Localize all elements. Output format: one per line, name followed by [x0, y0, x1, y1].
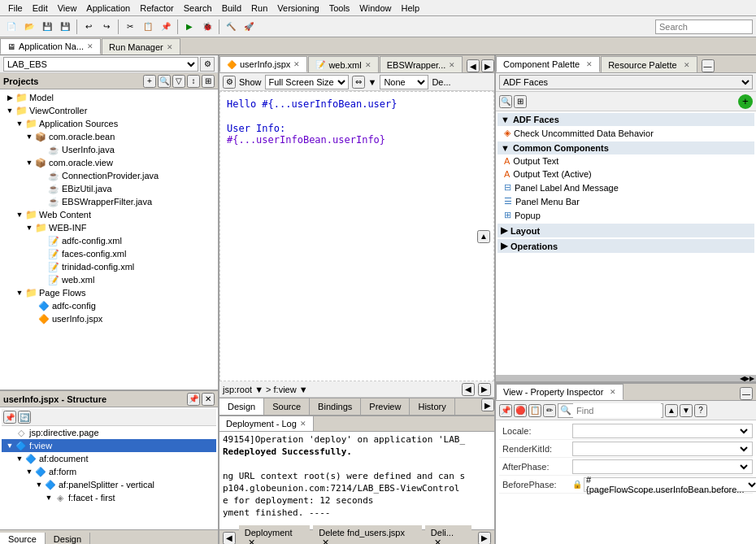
- search-project-btn[interactable]: 🔍: [158, 75, 171, 88]
- run-btn[interactable]: ▶: [181, 19, 198, 35]
- tab-property-inspector[interactable]: View - Property Inspector ✕: [496, 384, 623, 400]
- palette-section-layout-header[interactable]: ▶ Layout: [497, 224, 754, 237]
- tree-item-adfc[interactable]: 🔷 adfc-config: [2, 299, 216, 312]
- menu-application[interactable]: Application: [81, 2, 135, 15]
- pi-tab-close[interactable]: ✕: [610, 388, 616, 396]
- view-tab-history[interactable]: History: [410, 398, 454, 415]
- view-scroll-btn[interactable]: ▶: [481, 398, 494, 411]
- filter-btn[interactable]: ▽: [172, 75, 185, 88]
- pageflows-expand[interactable]: ▼: [15, 289, 24, 297]
- pi-minimize-btn[interactable]: —: [740, 387, 753, 400]
- tab-ebswrapper[interactable]: EBSWrapper... ✕: [380, 56, 463, 72]
- vc-expand[interactable]: ▼: [5, 107, 15, 115]
- expand-btn[interactable]: ⊞: [202, 75, 215, 88]
- tab-application-close[interactable]: ✕: [87, 42, 93, 50]
- palette-section-common-header[interactable]: ▼ Common Components: [497, 141, 754, 154]
- tree-item-viewcontroller[interactable]: ▼ 📁 ViewController: [2, 104, 216, 117]
- palette-search-btn[interactable]: 🔍: [499, 95, 512, 108]
- pi-afterphase-dropdown[interactable]: ▼: [736, 460, 750, 473]
- tree-item-view-pkg[interactable]: ▼ 📦 com.oracle.view: [2, 156, 216, 169]
- tab-component-palette[interactable]: Component Palette ✕: [496, 56, 600, 72]
- redo-btn[interactable]: ↪: [98, 19, 115, 35]
- tree-item-bean-pkg[interactable]: ▼ 📦 com.oracle.bean: [2, 130, 216, 143]
- bottom-tab-delete[interactable]: Delete fnd_users.jspx ✕: [313, 525, 422, 544]
- pi-find-input[interactable]: [573, 403, 661, 418]
- pi-btn4[interactable]: ✏: [543, 404, 556, 417]
- tree-item-pageflows[interactable]: ▼ 📁 Page Flows: [2, 286, 216, 299]
- log-tab-deployment[interactable]: Deployment - Log ✕: [219, 416, 314, 431]
- tree-item-trinidad-config[interactable]: 📝 trinidad-config.xml: [2, 260, 216, 273]
- rp-tab-close[interactable]: ✕: [684, 61, 690, 69]
- editor-content[interactable]: Hello #{...userInfoBean.user} User Info:…: [219, 91, 494, 381]
- facet-expand[interactable]: ▼: [44, 494, 54, 502]
- struct-item-afdoc[interactable]: ▼ 🔷 af:document: [2, 452, 216, 465]
- palette-item-panel-menu-bar[interactable]: ☰ Panel Menu Bar: [497, 194, 754, 208]
- struct-item-fview[interactable]: ▼ 🔷 f:view: [2, 439, 216, 452]
- sort-btn[interactable]: ↕: [187, 75, 200, 88]
- palette-item-popup[interactable]: ⊞ Popup: [497, 208, 754, 222]
- tree-item-model[interactable]: ▶ 📁 Model: [2, 91, 216, 104]
- undo-btn[interactable]: ↩: [80, 19, 97, 35]
- pi-renderkitid-dropdown[interactable]: ▼: [736, 442, 750, 455]
- bottom-tab-deli-close[interactable]: ✕: [434, 537, 441, 544]
- tab-userinfo-jspx[interactable]: 🔶 userInfo.jspx ✕: [219, 56, 307, 72]
- struct-item-directive[interactable]: ◇ jsp:directive.page: [2, 426, 216, 439]
- pi-btn3[interactable]: 📋: [528, 404, 541, 417]
- structure-pin-btn[interactable]: 📌: [187, 393, 200, 406]
- breadcrumb[interactable]: jsp:root ▼ > f:view ▼: [223, 385, 308, 394]
- log-scroll-left-btn[interactable]: ◀: [223, 532, 236, 545]
- build-btn[interactable]: 🔨: [223, 19, 239, 35]
- menu-search[interactable]: Search: [179, 2, 217, 15]
- breadcrumb-scroll-right[interactable]: ▶: [478, 383, 491, 396]
- tree-item-userinfo-jspx[interactable]: 🔶 userInfo.jspx: [2, 312, 216, 325]
- struct-sync-btn[interactable]: 🔄: [18, 411, 31, 424]
- pi-btn2[interactable]: 🔴: [514, 404, 527, 417]
- view-tab-preview[interactable]: Preview: [361, 398, 410, 415]
- tree-item-ebizutil[interactable]: ☕ EBizUtil.java: [2, 182, 216, 195]
- menu-refactor[interactable]: Refactor: [135, 2, 179, 15]
- palette-item-output-text[interactable]: A Output Text: [497, 154, 754, 168]
- tree-item-webinf[interactable]: ▼ 📁 WEB-INF: [2, 221, 216, 234]
- webcontent-expand[interactable]: ▼: [15, 211, 24, 219]
- tab-resource-palette[interactable]: Resource Palette ✕: [601, 56, 697, 72]
- palette-faces-select[interactable]: ADF Faces: [499, 75, 753, 89]
- pi-nav-up[interactable]: ▲: [665, 404, 678, 417]
- save-btn[interactable]: 💾: [39, 19, 55, 35]
- deploy-btn[interactable]: 🚀: [241, 19, 257, 35]
- scroll-left-btn[interactable]: ◀: [467, 59, 480, 72]
- menu-file[interactable]: File: [3, 2, 28, 15]
- menu-window[interactable]: Window: [354, 2, 396, 15]
- tab-userinfo-close[interactable]: ✕: [293, 60, 300, 68]
- webinf-expand[interactable]: ▼: [24, 224, 34, 232]
- tab-run-manager-close[interactable]: ✕: [167, 43, 173, 51]
- log-scroll-right-btn[interactable]: ▶: [478, 532, 491, 545]
- bean-expand[interactable]: ▼: [24, 133, 34, 141]
- palette-section-operations-header[interactable]: ▶ Operations: [497, 239, 754, 253]
- scroll-right-btn[interactable]: ▶: [481, 59, 494, 72]
- open-btn[interactable]: 📂: [21, 19, 37, 35]
- view-expand[interactable]: ▼: [24, 159, 34, 167]
- project-config-btn[interactable]: ⚙: [200, 57, 215, 72]
- model-expand[interactable]: ▶: [5, 94, 15, 102]
- struct-pin2-btn[interactable]: 📌: [3, 411, 16, 424]
- menu-versioning[interactable]: Versioning: [272, 2, 324, 15]
- tree-item-ebsfilter[interactable]: ☕ EBSWrapperFilter.java: [2, 195, 216, 208]
- view-tab-source[interactable]: Source: [264, 398, 310, 415]
- menu-edit[interactable]: Edit: [28, 2, 53, 15]
- menu-run[interactable]: Run: [246, 2, 272, 15]
- palette-item-check-uncommitted[interactable]: ◈ Check Uncommitted Data Behavior: [497, 126, 754, 140]
- struct-item-splitter[interactable]: ▼ 🔷 af:panelSplitter - vertical: [2, 478, 216, 491]
- bottom-tab-deli[interactable]: Deli... ✕: [425, 525, 471, 544]
- new-btn[interactable]: 📄: [3, 19, 20, 35]
- afform-expand[interactable]: ▼: [24, 468, 34, 476]
- menu-build[interactable]: Build: [217, 2, 246, 15]
- pi-btn1[interactable]: 📌: [499, 404, 512, 417]
- pi-help-btn[interactable]: ?: [694, 404, 707, 417]
- editor-settings-btn[interactable]: ⚙: [223, 76, 236, 89]
- copy-btn[interactable]: 📋: [140, 19, 156, 35]
- tab-webxml[interactable]: 📝 web.xml ✕: [308, 56, 378, 72]
- tree-item-webcontent[interactable]: ▼ 📁 Web Content: [2, 208, 216, 221]
- fview-expand[interactable]: ▼: [5, 442, 15, 450]
- menu-help[interactable]: Help: [396, 2, 424, 15]
- structure-close-btn[interactable]: ✕: [202, 393, 215, 406]
